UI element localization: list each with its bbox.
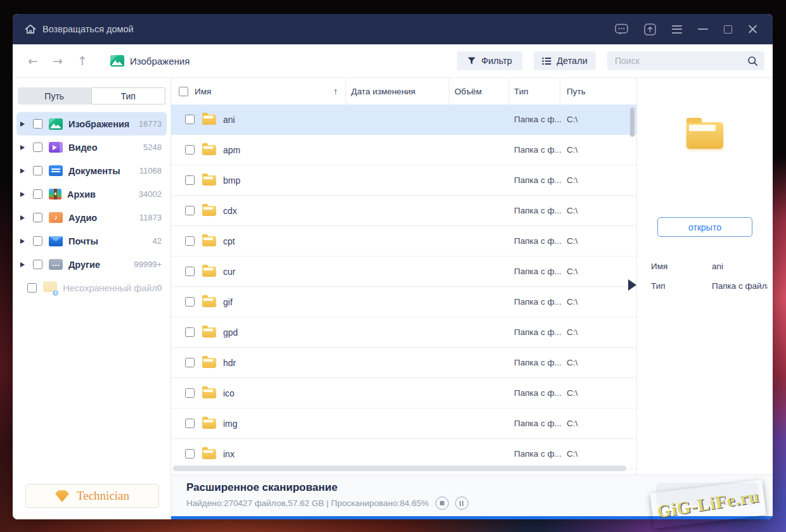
table-row[interactable]: img Папка с ф...C:\: [171, 408, 636, 439]
table-header: Имя ↑ Дата изменения Объём Тип Путь: [171, 78, 636, 104]
table-row[interactable]: gif Папка с ф...C:\: [171, 287, 636, 317]
open-button[interactable]: открыто: [657, 217, 752, 237]
checkbox[interactable]: [185, 206, 195, 215]
item-count: 0: [157, 283, 162, 293]
checkbox[interactable]: [185, 297, 195, 307]
table-row[interactable]: hdr Папка с ф...C:\: [171, 348, 636, 378]
sidebar-item-mail[interactable]: Почты 42: [16, 229, 167, 253]
tab-path[interactable]: Путь: [18, 87, 91, 104]
column-header-date[interactable]: Дата изменения: [346, 78, 449, 104]
table-row[interactable]: bmp Папка с ф...C:\: [171, 165, 636, 196]
funnel-icon: [467, 56, 476, 65]
horizontal-scrollbar[interactable]: [173, 466, 626, 471]
checkbox[interactable]: [33, 166, 42, 175]
column-header-type[interactable]: Тип: [509, 78, 560, 104]
checkbox[interactable]: [185, 175, 195, 185]
breadcrumb-location: Изображения: [130, 56, 190, 66]
checkbox[interactable]: [185, 267, 195, 276]
checkbox[interactable]: [185, 145, 195, 155]
sidebar-item-video[interactable]: Видео 5248: [16, 136, 167, 159]
sort-ascending-icon[interactable]: ↑: [333, 86, 338, 96]
feedback-icon[interactable]: [615, 23, 628, 35]
vertical-scrollbar[interactable]: [630, 108, 635, 137]
table-row[interactable]: cdx Папка с ф...C:\: [171, 196, 636, 226]
toolbar: ← → ↑ Изображения Фильтр Детали: [13, 44, 773, 78]
folder-icon: [202, 419, 216, 429]
table-row[interactable]: ani Папка с ф...C:\: [171, 104, 636, 135]
pause-icon[interactable]: [455, 497, 468, 510]
table-row[interactable]: cpt Папка с ф...C:\: [171, 226, 636, 256]
checkbox[interactable]: [185, 327, 195, 337]
checkbox[interactable]: [27, 283, 37, 293]
forward-icon[interactable]: →: [51, 54, 64, 68]
checkbox[interactable]: [33, 119, 42, 129]
tab-type[interactable]: Тип: [91, 87, 166, 104]
expand-arrow-icon[interactable]: [20, 168, 27, 174]
checkbox[interactable]: [185, 236, 195, 246]
window-title[interactable]: Возвращаться домой: [42, 24, 134, 34]
audio-icon: [49, 212, 63, 223]
back-icon[interactable]: ←: [27, 54, 39, 68]
panel-collapse-icon[interactable]: [628, 279, 636, 291]
item-count: 99999+: [134, 260, 162, 269]
other-files-icon: [49, 259, 63, 270]
field-label-name: Имя: [651, 262, 712, 271]
expand-arrow-icon[interactable]: [20, 239, 27, 244]
folder-icon: [202, 115, 216, 125]
minimize-icon[interactable]: [698, 28, 708, 30]
field-value-name: ani: [712, 262, 768, 271]
sidebar-item-images[interactable]: Изображения 16773: [16, 112, 167, 136]
checkbox[interactable]: [185, 419, 195, 428]
column-header-size[interactable]: Объём: [449, 78, 509, 104]
unsaved-file-icon: [43, 281, 57, 294]
maximize-icon[interactable]: [724, 25, 732, 34]
sidebar-item-archive[interactable]: Архив 34002: [16, 182, 167, 206]
menu-icon[interactable]: [672, 25, 682, 34]
column-header-name[interactable]: Имя: [195, 87, 211, 96]
expand-arrow-icon[interactable]: [20, 192, 27, 197]
list-icon: [542, 57, 551, 65]
item-count: 5248: [143, 142, 162, 152]
table-row[interactable]: ico Папка с ф...C:\: [171, 378, 636, 408]
table-row[interactable]: cur Папка с ф...C:\: [171, 256, 636, 287]
checkbox[interactable]: [33, 236, 42, 246]
sidebar-item-documents[interactable]: Документы 11068: [16, 159, 167, 182]
search-input[interactable]: [615, 56, 747, 66]
checkbox[interactable]: [33, 213, 42, 222]
checkbox[interactable]: [33, 142, 42, 152]
filter-button[interactable]: Фильтр: [457, 51, 522, 70]
sidebar-item-unsaved[interactable]: Несохраненный файл 0: [16, 276, 167, 300]
details-button[interactable]: Детали: [534, 51, 596, 70]
home-icon[interactable]: [24, 23, 37, 35]
checkbox[interactable]: [185, 388, 195, 398]
upgrade-icon[interactable]: [644, 23, 656, 35]
checkbox[interactable]: [185, 358, 195, 367]
item-count: 11873: [139, 213, 162, 222]
checkbox[interactable]: [185, 449, 195, 459]
expand-arrow-icon[interactable]: [20, 215, 27, 220]
checkbox[interactable]: [185, 115, 195, 124]
sidebar-item-other[interactable]: Другие 99999+: [16, 253, 167, 276]
up-icon[interactable]: ↑: [76, 54, 89, 68]
select-all-checkbox[interactable]: [179, 87, 188, 96]
checkbox[interactable]: [33, 260, 42, 269]
sidebar: Путь Тип Изображения 16773 Видео 5248: [13, 78, 171, 519]
expand-arrow-icon[interactable]: [20, 262, 27, 267]
sidebar-item-audio[interactable]: Аудио 11873: [16, 206, 167, 229]
column-header-path[interactable]: Путь: [560, 78, 636, 104]
expand-arrow-icon[interactable]: [20, 122, 27, 127]
item-count: 16773: [139, 119, 162, 129]
archive-icon: [49, 189, 61, 200]
checkbox[interactable]: [33, 189, 42, 199]
search-icon[interactable]: [747, 56, 758, 66]
scan-info: Найдено:270427 файлов,57.62 GB | Проскан…: [186, 498, 429, 508]
table-row[interactable]: inx Папка с ф...C:\: [171, 439, 636, 469]
stop-icon[interactable]: [435, 497, 449, 510]
view-mode-tabs: Путь Тип: [18, 87, 165, 104]
table-row[interactable]: gpd Папка с ф...C:\: [171, 317, 636, 348]
expand-arrow-icon[interactable]: [20, 145, 27, 150]
license-badge[interactable]: Technician: [25, 484, 159, 508]
video-icon: [49, 142, 63, 153]
close-icon[interactable]: [748, 25, 757, 34]
table-row[interactable]: apm Папка с ф...C:\: [171, 135, 636, 165]
